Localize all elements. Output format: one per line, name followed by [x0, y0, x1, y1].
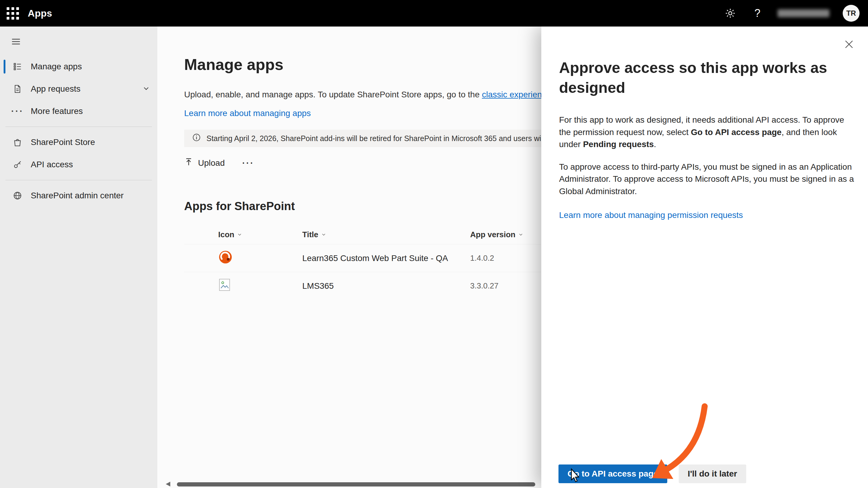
broken-image-icon — [218, 278, 231, 292]
upload-label: Upload — [198, 158, 225, 168]
panel-paragraph-2: To approve access to third-party APIs, y… — [559, 161, 855, 198]
column-header-icon[interactable]: Icon — [218, 230, 302, 239]
approve-access-panel: Approve access so this app works as desi… — [541, 27, 868, 488]
chevron-down-icon — [143, 84, 150, 94]
sidebar-item-label: More features — [31, 106, 150, 116]
document-icon — [12, 84, 23, 94]
app-launcher-button[interactable] — [0, 0, 25, 27]
para1-bold-pending-requests: Pending requests — [583, 140, 654, 149]
sidebar-item-label: Manage apps — [31, 62, 150, 71]
sidebar-divider — [5, 127, 152, 127]
para1-text: . — [654, 140, 656, 149]
help-icon: ? — [754, 7, 761, 20]
more-commands-button[interactable]: ··· — [242, 158, 254, 168]
more-horizontal-icon: ··· — [12, 106, 23, 117]
store-bag-icon — [12, 137, 23, 148]
panel-title: Approve access so this app works as desi… — [559, 58, 842, 98]
hamburger-icon — [11, 37, 21, 47]
ill-do-it-later-button[interactable]: I'll do it later — [679, 464, 746, 483]
topbar: Apps ? TR — [0, 0, 868, 27]
column-label: Title — [302, 230, 318, 239]
sidebar-item-manage-apps[interactable]: Manage apps — [0, 56, 157, 78]
help-button[interactable]: ? — [750, 6, 764, 20]
sidebar-item-label: App requests — [31, 84, 135, 94]
horizontal-scrollbar-thumb[interactable] — [177, 482, 535, 487]
sharepoint-admin-icon — [12, 190, 23, 201]
sidebar-item-more-features[interactable]: ··· More features — [0, 100, 157, 122]
sort-chevron-icon — [321, 232, 326, 237]
learn-more-permission-requests-link[interactable]: Learn more about managing permission req… — [559, 210, 743, 220]
classic-experience-link[interactable]: classic experience — [482, 90, 551, 99]
manage-apps-icon — [12, 61, 23, 72]
sort-chevron-icon — [518, 232, 523, 237]
upload-button[interactable]: Upload — [184, 157, 225, 169]
sidebar-item-api-access[interactable]: API access — [0, 153, 157, 176]
hamburger-button[interactable] — [7, 33, 25, 51]
waffle-icon — [7, 7, 19, 20]
panel-paragraph-1: For this app to work as designed, it nee… — [559, 114, 855, 151]
upload-icon — [184, 157, 193, 169]
sidebar-item-label: API access — [31, 160, 150, 170]
learn365-logo-icon — [218, 250, 233, 264]
sidebar: Manage apps App requests ··· More featur… — [0, 27, 157, 488]
banner-text: Starting April 2, 2026, SharePoint add-i… — [207, 134, 584, 143]
column-label: Icon — [218, 230, 234, 239]
panel-footer: Go to API access page I'll do it later — [558, 464, 746, 483]
user-name-redacted — [778, 9, 830, 17]
key-icon — [12, 159, 23, 170]
gear-icon — [725, 8, 736, 19]
column-label: App version — [470, 230, 516, 239]
close-icon — [844, 39, 854, 49]
app-title-cell[interactable]: Learn365 Custom Web Part Suite - QA — [302, 253, 470, 263]
sidebar-item-sharepoint-store[interactable]: SharePoint Store — [0, 131, 157, 153]
sidebar-item-label: SharePoint Store — [31, 138, 150, 147]
learn-more-managing-apps-link[interactable]: Learn more about managing apps — [184, 109, 311, 118]
app-title-cell[interactable]: LMS365 — [302, 281, 470, 291]
go-to-api-access-page-button[interactable]: Go to API access page — [558, 464, 667, 483]
avatar[interactable]: TR — [843, 5, 860, 22]
sidebar-item-sharepoint-admin-center[interactable]: SharePoint admin center — [0, 184, 157, 207]
sidebar-item-app-requests[interactable]: App requests — [0, 78, 157, 100]
sort-chevron-icon — [237, 232, 242, 237]
column-header-title[interactable]: Title — [302, 230, 470, 239]
info-icon — [192, 133, 201, 144]
topbar-actions: ? TR — [723, 5, 868, 22]
horizontal-scroll-left-arrow[interactable] — [166, 482, 170, 487]
sidebar-item-label: SharePoint admin center — [31, 191, 150, 201]
app-icon-cell — [218, 278, 302, 294]
para1-bold-go-to-api: Go to API access page — [691, 127, 781, 137]
sidebar-divider — [5, 180, 152, 180]
panel-close-button[interactable] — [841, 37, 857, 52]
description-text: Upload, enable, and manage apps. To upda… — [184, 90, 482, 99]
app-icon-cell — [218, 250, 302, 267]
app-title: Apps — [28, 8, 52, 19]
settings-button[interactable] — [723, 6, 737, 20]
